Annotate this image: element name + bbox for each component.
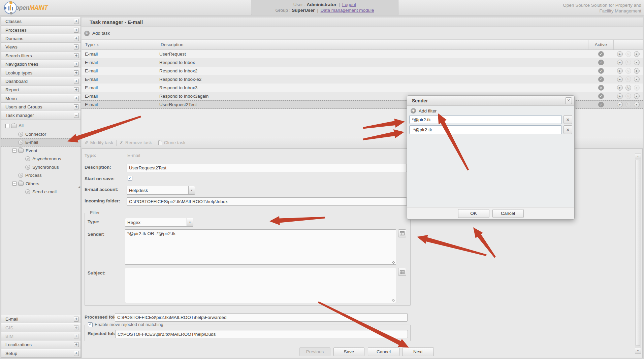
- expand-icon[interactable]: +: [74, 317, 79, 322]
- start-task-icon[interactable]: ▶: [617, 60, 623, 65]
- stop-task-icon[interactable]: ■: [634, 102, 640, 107]
- stop-task-icon[interactable]: ■: [634, 51, 640, 57]
- dialog-title-bar[interactable]: Sender ✕: [407, 96, 574, 106]
- expand-icon[interactable]: +: [74, 36, 79, 41]
- clone-task-button[interactable]: Clone task: [158, 140, 186, 145]
- stop-task-icon[interactable]: ■: [634, 85, 640, 91]
- expand-icon[interactable]: +: [74, 79, 79, 84]
- modify-task-button[interactable]: ✎ Modify task: [84, 140, 113, 145]
- expand-icon[interactable]: +: [74, 87, 79, 92]
- scroll-up-icon[interactable]: ▲: [635, 154, 641, 159]
- start-on-save-checkbox[interactable]: [128, 176, 132, 181]
- start-task-icon[interactable]: ▶: [617, 68, 623, 74]
- expand-icon[interactable]: +: [74, 104, 79, 109]
- column-header-description[interactable]: Description: [157, 40, 588, 50]
- expand-icon[interactable]: +: [74, 325, 79, 330]
- expand-icon[interactable]: +: [74, 351, 79, 356]
- stop-task-icon[interactable]: ■: [634, 68, 640, 74]
- single-execution-icon[interactable]: ↻: [625, 51, 631, 57]
- expand-icon[interactable]: +: [74, 62, 79, 67]
- chevron-down-icon[interactable]: ▾: [188, 186, 195, 194]
- tree-node[interactable]: Event: [1, 146, 80, 155]
- next-button[interactable]: Next: [402, 347, 434, 356]
- incoming-folder-input[interactable]: [127, 197, 407, 206]
- start-task-icon[interactable]: ▶: [617, 85, 623, 91]
- sidebar-item[interactable]: Lookup types +: [1, 68, 80, 77]
- cancel-button[interactable]: Cancel: [368, 347, 399, 356]
- tree-node[interactable]: Others: [1, 180, 80, 188]
- tree-node[interactable]: Send e-mail: [1, 188, 80, 196]
- tree-node[interactable]: E-mail: [1, 138, 80, 147]
- sidebar-item[interactable]: Search filters +: [1, 52, 80, 60]
- rejected-folder-input[interactable]: [115, 330, 408, 338]
- remove-filter-button[interactable]: ✕: [564, 125, 572, 134]
- sidebar-item[interactable]: Domains +: [1, 34, 80, 43]
- sidebar-item[interactable]: Localizations +: [1, 340, 80, 349]
- sidebar-item[interactable]: E-mail +: [1, 315, 80, 323]
- stop-task-icon[interactable]: ■: [634, 93, 640, 99]
- sidebar-item[interactable]: Users and Groups +: [1, 103, 80, 111]
- start-task-icon[interactable]: ▶: [617, 93, 623, 99]
- save-button[interactable]: Save: [333, 347, 364, 356]
- single-execution-icon[interactable]: ↻: [625, 85, 631, 91]
- subject-textarea[interactable]: [125, 268, 396, 303]
- data-management-module-link[interactable]: Data management module: [321, 8, 374, 13]
- sidebar-item[interactable]: Menu +: [1, 94, 80, 103]
- sidebar-item[interactable]: Report +: [1, 86, 80, 94]
- single-execution-icon[interactable]: ↻: [625, 68, 631, 74]
- collapse-expander-icon[interactable]: [12, 182, 17, 186]
- vertical-scrollbar[interactable]: ▲ ▼: [635, 154, 641, 354]
- previous-button[interactable]: Previous: [299, 347, 330, 356]
- expand-icon[interactable]: +: [74, 28, 79, 33]
- tree-node[interactable]: All: [1, 122, 80, 130]
- stop-task-icon[interactable]: ■: [634, 76, 640, 82]
- table-row[interactable]: E-mail UserRequest ✓ ▶ ↻ ■: [82, 50, 643, 58]
- single-execution-icon[interactable]: ↻: [625, 60, 631, 65]
- scrollbar-thumb[interactable]: [636, 160, 640, 346]
- sidebar-item[interactable]: Classes +: [1, 17, 80, 26]
- table-row[interactable]: E-mail Respond to Inbox-e2 ✓ ▶ ↻ ■: [82, 75, 643, 84]
- ok-button[interactable]: OK: [458, 209, 489, 218]
- tree-node[interactable]: Asynchronous: [1, 155, 80, 163]
- expand-icon[interactable]: +: [74, 44, 79, 50]
- description-input[interactable]: [127, 164, 407, 172]
- table-row[interactable]: E-mail Respond to Inbox2 ✓ ▶ ↻ ■: [82, 67, 643, 75]
- resize-handle-icon[interactable]: [392, 299, 395, 302]
- sidebar-item[interactable]: Views +: [1, 43, 80, 51]
- add-task-button[interactable]: + Add task: [84, 31, 110, 36]
- filter-value-input[interactable]: [409, 125, 562, 134]
- expand-icon[interactable]: +: [74, 70, 79, 75]
- tree-node[interactable]: Connector: [1, 130, 80, 138]
- sidebar-item[interactable]: BIM +: [1, 332, 80, 340]
- collapse-expander-icon[interactable]: [12, 149, 17, 153]
- enable-rejected-checkbox[interactable]: [88, 322, 93, 327]
- table-row[interactable]: E-mail Respond to Inbox ✓ ▶ ↻ ■: [82, 58, 643, 67]
- sender-editor-button[interactable]: [398, 229, 406, 237]
- resize-handle-icon[interactable]: [392, 261, 395, 264]
- subject-editor-button[interactable]: [398, 268, 406, 276]
- expand-icon[interactable]: +: [74, 53, 79, 58]
- close-icon[interactable]: ✕: [565, 97, 572, 104]
- dialog-cancel-button[interactable]: Cancel: [492, 209, 524, 218]
- tree-node[interactable]: Process: [1, 171, 80, 180]
- remove-task-button[interactable]: ✗ Remove task: [120, 140, 152, 145]
- sidebar-item[interactable]: Processes +: [1, 26, 80, 34]
- processed-folder-input[interactable]: [115, 313, 408, 322]
- expand-icon[interactable]: +: [74, 19, 79, 24]
- sidebar-item[interactable]: Setup +: [1, 349, 80, 358]
- collapse-expander-icon[interactable]: [5, 124, 9, 128]
- start-task-icon[interactable]: ▶: [617, 102, 623, 107]
- scroll-down-icon[interactable]: ▼: [635, 348, 641, 353]
- sidebar-item[interactable]: GIS +: [1, 323, 80, 332]
- expand-icon[interactable]: +: [74, 342, 79, 347]
- column-header-active[interactable]: Active: [588, 40, 614, 50]
- stop-task-icon[interactable]: ■: [634, 60, 640, 65]
- sidebar-item[interactable]: Dashboard +: [1, 77, 80, 86]
- single-execution-icon[interactable]: ↻: [625, 102, 631, 107]
- tree-node[interactable]: Synchronous: [1, 163, 80, 171]
- expand-icon[interactable]: +: [74, 334, 79, 339]
- filter-value-input[interactable]: [409, 115, 562, 124]
- sidebar-item[interactable]: Task manager −: [1, 111, 80, 120]
- filter-type-value[interactable]: [125, 218, 193, 227]
- sidebar-item[interactable]: Navigation trees +: [1, 60, 80, 68]
